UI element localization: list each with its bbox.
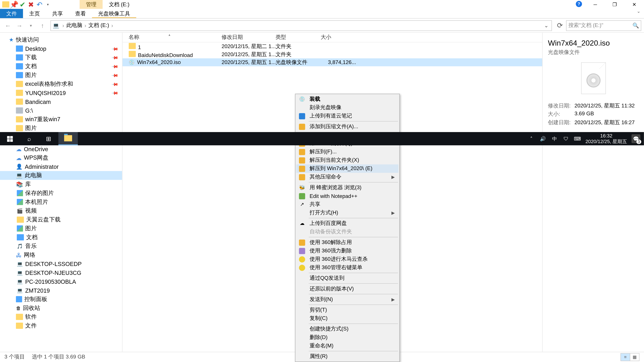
nav-item[interactable]: 文档📌: [0, 62, 122, 71]
breadcrumb[interactable]: 文档 (E:): [88, 22, 110, 29]
contextual-tab-manage[interactable]: 管理: [80, 0, 103, 9]
menu-360-delete[interactable]: 使用 360强力删除: [296, 247, 398, 255]
menu-360-scan[interactable]: 使用 360进行木马云查杀: [296, 255, 398, 264]
nav-item[interactable]: excel表格制作求和📌: [0, 80, 122, 88]
nav-item[interactable]: 本机照片: [0, 198, 122, 206]
menu-baidu-upload[interactable]: ☁上传到百度网盘: [296, 219, 398, 228]
col-name[interactable]: 名称▴: [129, 33, 222, 41]
menu-shortcut[interactable]: 创建快捷方式(S): [296, 325, 398, 333]
nav-item[interactable]: YUNQISHI2019📌: [0, 88, 122, 97]
maximize-button[interactable]: ❐: [605, 0, 624, 9]
menu-add-archive[interactable]: 添加到压缩文件(A)...: [296, 122, 398, 131]
menu-extract-to[interactable]: 解压到(F)...: [296, 148, 398, 156]
address-dropdown-icon[interactable]: ⌄: [543, 22, 550, 28]
notification-button[interactable]: 💬3: [632, 134, 640, 143]
forward-button[interactable]: →: [14, 20, 25, 31]
volume-icon[interactable]: 🔊: [540, 135, 546, 142]
search-button[interactable]: ⌕: [20, 132, 39, 145]
keyboard-icon[interactable]: ⌨: [574, 135, 581, 142]
nav-item[interactable]: 👤Administrator: [0, 162, 122, 171]
file-row[interactable]: 1 2020/12/15, 星期二 1... 文件夹: [122, 42, 542, 50]
menu-cut[interactable]: 剪切(T): [296, 306, 398, 314]
nav-recycle[interactable]: 🗑回收站: [0, 304, 122, 313]
menu-properties[interactable]: 属性(R): [296, 352, 398, 361]
tab-view[interactable]: 查看: [69, 9, 92, 18]
nav-item[interactable]: 🎬视频: [0, 206, 122, 215]
tab-share[interactable]: 共享: [46, 9, 69, 18]
nav-control-panel[interactable]: 控制面板: [0, 295, 122, 304]
close-button[interactable]: ✕: [624, 0, 644, 9]
tab-home[interactable]: 主页: [23, 9, 46, 18]
back-button[interactable]: ←: [3, 20, 13, 31]
menu-delete[interactable]: 删除(D): [296, 333, 398, 342]
menu-bee-browser[interactable]: 🐝用 蜂蜜浏览器 浏览(3): [296, 183, 398, 192]
nav-item[interactable]: 图片: [0, 124, 122, 133]
menu-burn[interactable]: 刻录光盘映像: [296, 103, 398, 112]
view-icons-button[interactable]: ▦: [630, 353, 640, 361]
menu-qq-send[interactable]: 通过QQ发送到: [296, 274, 398, 282]
qat-dropdown-icon[interactable]: ▾: [44, 1, 51, 8]
nav-item[interactable]: ☁OneDrive: [0, 144, 122, 153]
col-type[interactable]: 类型: [276, 33, 321, 41]
clock[interactable]: 16:32 2020/12/25, 星期五: [586, 133, 627, 144]
nav-item[interactable]: Desktop📌: [0, 44, 122, 53]
search-input[interactable]: 搜索"文档 (E:)" 🔍: [566, 20, 641, 31]
refresh-button[interactable]: ⟳: [554, 21, 565, 30]
menu-restore-version[interactable]: 还原以前的版本(V): [296, 285, 398, 293]
file-row[interactable]: BaiduNetdiskDownload 2020/12/25, 星期五 1..…: [122, 50, 542, 58]
nav-item[interactable]: 🎵音乐: [0, 242, 122, 251]
nav-item[interactable]: 💻ZMT2019: [0, 286, 122, 295]
menu-notepad[interactable]: Edit with Notepad++: [296, 192, 398, 200]
nav-item[interactable]: 图片📌: [0, 71, 122, 80]
minimize-button[interactable]: ─: [586, 0, 605, 9]
menu-rename[interactable]: 重命名(M): [296, 342, 398, 350]
nav-libraries[interactable]: 📚库: [0, 180, 122, 189]
view-details-button[interactable]: ≡: [620, 353, 630, 361]
nav-quick-access[interactable]: ★快速访问: [0, 35, 122, 44]
nav-item[interactable]: G:\: [0, 106, 122, 115]
menu-extract-here[interactable]: 解压到当前文件夹(X): [296, 156, 398, 164]
menu-360-unlock[interactable]: 使用 360解除占用: [296, 238, 398, 247]
nav-item[interactable]: 天翼云盘下载: [0, 215, 122, 224]
nav-item[interactable]: 💻DESKTOP-LSSOEDP: [0, 259, 122, 268]
nav-item[interactable]: 下载📌: [0, 53, 122, 62]
tab-disc-tools[interactable]: 光盘映像工具: [92, 9, 136, 18]
menu-open-with[interactable]: 打开方式(H)▶: [296, 209, 398, 217]
qat-check-icon[interactable]: ✔: [19, 1, 26, 8]
menu-youdao[interactable]: 上传到有道云笔记: [296, 112, 398, 120]
ribbon-collapse-icon[interactable]: ⌄: [633, 9, 644, 18]
menu-other-compress[interactable]: 其他压缩命令▶: [296, 173, 398, 181]
security-icon[interactable]: 🛡: [562, 135, 570, 142]
tray-chevron-icon[interactable]: ˄: [528, 135, 535, 142]
qat-close-icon[interactable]: ✖: [27, 1, 34, 8]
nav-item[interactable]: 软件: [0, 312, 122, 321]
menu-360-menu[interactable]: 使用 360管理右键菜单: [296, 264, 398, 272]
nav-this-pc[interactable]: 💻此电脑: [0, 171, 122, 180]
menu-mount[interactable]: 💿装载: [296, 95, 398, 103]
explorer-taskbar-button[interactable]: [58, 132, 78, 145]
nav-item[interactable]: 图片: [0, 224, 122, 233]
qat-pin-icon[interactable]: 📌: [10, 1, 18, 8]
col-size[interactable]: 大小: [321, 33, 356, 41]
start-button[interactable]: [0, 132, 20, 145]
nav-network[interactable]: 🖧网络: [0, 251, 122, 259]
col-date[interactable]: 修改日期: [222, 33, 276, 41]
ime-indicator[interactable]: 中: [551, 135, 558, 142]
address-bar[interactable]: 💻 › 此电脑 › 文档 (E:) › ⌄: [50, 20, 552, 31]
menu-copy[interactable]: 复制(C): [296, 314, 398, 323]
task-view-button[interactable]: ⊞: [39, 132, 58, 145]
nav-item[interactable]: 文件: [0, 321, 122, 330]
nav-item[interactable]: 文档: [0, 233, 122, 242]
nav-item[interactable]: 保存的图片: [0, 189, 122, 198]
nav-item[interactable]: ☁WPS网盘: [0, 153, 122, 162]
menu-extract-named[interactable]: 解压到 Win7x64_2020\ (E): [296, 164, 398, 173]
nav-item[interactable]: win7重装win7: [0, 115, 122, 124]
nav-item[interactable]: 💻DESKTOP-NJEU3CG: [0, 268, 122, 277]
up-button[interactable]: ↑: [37, 20, 48, 31]
menu-share[interactable]: ↗共享: [296, 200, 398, 209]
nav-item[interactable]: 💻PC-20190530OBLA: [0, 277, 122, 286]
file-row-selected[interactable]: 💿Win7x64_2020.iso 2020/12/25, 星期五 1... 光…: [122, 58, 542, 66]
breadcrumb[interactable]: 此电脑: [66, 22, 83, 29]
menu-send-to[interactable]: 发送到(N)▶: [296, 295, 398, 304]
tab-file[interactable]: 文件: [0, 9, 23, 18]
